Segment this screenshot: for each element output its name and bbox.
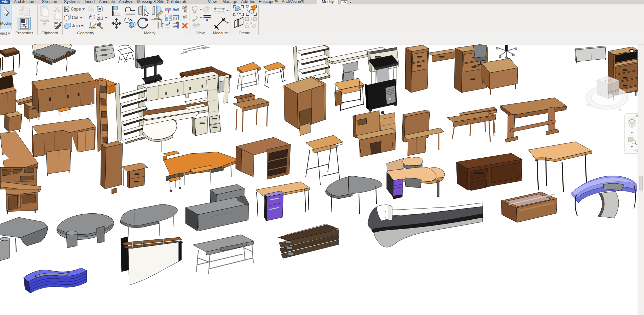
svg-text:Cope: Cope [71, 7, 81, 12]
svg-text:Join: Join [72, 23, 80, 28]
svg-text:Cut: Cut [72, 15, 79, 20]
svg-text:TOP: TOP [604, 78, 612, 83]
svg-text:Modify: Modify [0, 21, 12, 25]
svg-text:S: S [618, 107, 621, 112]
svg-text:Paste: Paste [39, 18, 49, 22]
